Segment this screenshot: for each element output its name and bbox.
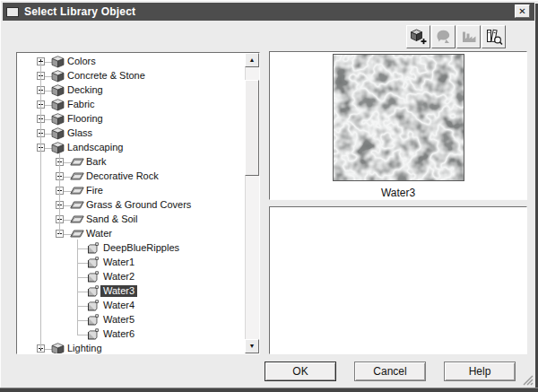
title-bar[interactable]: Select Library Object ✕ <box>3 3 534 21</box>
preview-pane: Water3 <box>269 51 527 200</box>
scrollbar-up-icon[interactable]: ▲ <box>245 53 259 67</box>
library-tree: Colors Concrete & Stone Decking Fabric F… <box>19 55 243 353</box>
export-object-button[interactable] <box>456 25 481 48</box>
tree-row: Decking <box>19 83 243 98</box>
tree-row: Water <box>19 227 243 241</box>
material-folder-icon <box>70 228 84 239</box>
tree-row: Water4 <box>19 299 243 313</box>
tree-row: Decorative Rock <box>19 170 243 184</box>
tree-row: Sand & Soil <box>19 213 243 227</box>
material-folder-icon <box>70 199 84 210</box>
toolbar <box>406 25 506 48</box>
scrollbar-down-icon[interactable]: ▼ <box>245 339 259 353</box>
import-object-icon <box>436 30 452 44</box>
tree-item-colors[interactable]: Colors <box>65 56 99 67</box>
tree-row: DeepBlueRipples <box>19 241 243 256</box>
import-object-button[interactable] <box>431 25 456 48</box>
tree-item-water5[interactable]: Water5 <box>100 314 137 326</box>
tree-connector-line <box>59 153 60 234</box>
tree-row: Flooring <box>19 112 243 126</box>
tree-item-decking[interactable]: Decking <box>65 84 106 96</box>
library-category-icon <box>51 70 65 83</box>
dialog-frame-left <box>0 0 1 388</box>
scrollbar-thumb[interactable] <box>245 80 259 176</box>
tree-row: Water5 <box>19 313 243 327</box>
close-button[interactable]: ✕ <box>515 4 530 18</box>
tree-row: Water2 <box>19 270 243 284</box>
library-category-icon <box>51 343 65 353</box>
browse-library-button[interactable] <box>482 25 506 48</box>
material-icon <box>86 257 99 268</box>
tree-row: Water3 <box>19 284 243 299</box>
tree-item-water6[interactable]: Water6 <box>100 328 137 340</box>
dialog-frame-top <box>0 0 538 1</box>
tree-item-concrete-stone[interactable]: Concrete & Stone <box>65 70 148 82</box>
water-texture-image <box>334 55 464 180</box>
tree-connector-line <box>40 62 41 349</box>
tree-row: Water6 <box>19 327 243 342</box>
material-icon <box>86 328 99 340</box>
library-category-icon <box>51 127 65 140</box>
tree-row: Colors <box>19 55 243 69</box>
tree-row: Glass <box>19 126 243 141</box>
tree-item-sand-soil[interactable]: Sand & Soil <box>83 213 140 225</box>
material-folder-icon <box>70 185 84 196</box>
tree-item-deepblueripples[interactable]: DeepBlueRipples <box>100 242 182 254</box>
tree-connector-line <box>77 240 78 335</box>
window-icon <box>6 7 19 17</box>
tree-item-lighting[interactable]: Lighting <box>65 343 105 353</box>
tree-item-decorative-rock[interactable]: Decorative Rock <box>83 170 161 182</box>
material-folder-icon <box>70 156 84 167</box>
tree-row: Water1 <box>19 256 243 270</box>
tree-item-water1[interactable]: Water1 <box>100 257 137 268</box>
material-icon <box>86 314 99 326</box>
dialog-frame-bottom <box>0 388 538 392</box>
help-button[interactable]: Help <box>444 362 516 381</box>
tree-item-fabric[interactable]: Fabric <box>65 99 98 110</box>
material-icon <box>86 242 99 254</box>
export-object-icon <box>461 30 477 44</box>
tree-item-flooring[interactable]: Flooring <box>65 113 106 125</box>
material-icon <box>86 271 99 283</box>
tree-item-water[interactable]: Water <box>83 228 115 240</box>
resize-grip[interactable] <box>522 374 534 386</box>
add-object-icon <box>410 29 427 45</box>
description-pane <box>269 206 527 354</box>
tree-scrollbar[interactable]: ▲ ▼ <box>245 53 259 353</box>
tree-row: Lighting <box>19 342 243 353</box>
library-category-icon <box>51 142 65 154</box>
tree-row: Fabric <box>19 98 243 112</box>
cancel-button[interactable]: Cancel <box>354 362 426 381</box>
tree-item-water3[interactable]: Water3 <box>100 285 137 297</box>
tree-item-water2[interactable]: Water2 <box>100 271 137 283</box>
tree-item-water4[interactable]: Water4 <box>100 300 137 311</box>
tree-item-grass-ground-covers[interactable]: Grass & Ground Covers <box>83 199 194 211</box>
library-category-icon <box>51 99 65 111</box>
tree-item-bark[interactable]: Bark <box>83 156 109 168</box>
material-icon <box>86 300 99 311</box>
tree-row: Grass & Ground Covers <box>19 198 243 213</box>
tree-item-fire[interactable]: Fire <box>83 185 106 196</box>
material-folder-icon <box>70 213 84 224</box>
library-category-icon <box>51 56 65 68</box>
tree-item-glass[interactable]: Glass <box>65 127 95 139</box>
material-folder-icon <box>70 170 84 181</box>
library-category-icon <box>51 113 65 126</box>
preview-label: Water3 <box>270 187 526 199</box>
window-title: Select Library Object <box>24 5 135 18</box>
material-icon <box>86 285 99 297</box>
tree-row: Concrete & Stone <box>19 69 243 83</box>
ok-button[interactable]: OK <box>265 362 336 381</box>
tree-row: Fire <box>19 184 243 198</box>
tree-row: Bark <box>19 155 243 170</box>
browse-library-icon <box>485 29 503 46</box>
add-object-button[interactable] <box>406 25 430 48</box>
tree-row: Landscaping <box>19 141 243 155</box>
texture-preview <box>333 54 464 181</box>
library-tree-panel: Colors Concrete & Stone Decking Fabric F… <box>16 52 260 354</box>
library-category-icon <box>51 84 65 97</box>
tree-item-landscaping[interactable]: Landscaping <box>65 142 126 153</box>
